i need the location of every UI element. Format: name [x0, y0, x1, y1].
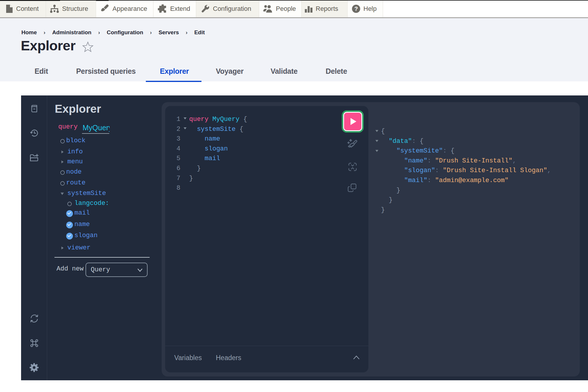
svg-text:?: ?	[354, 6, 358, 12]
